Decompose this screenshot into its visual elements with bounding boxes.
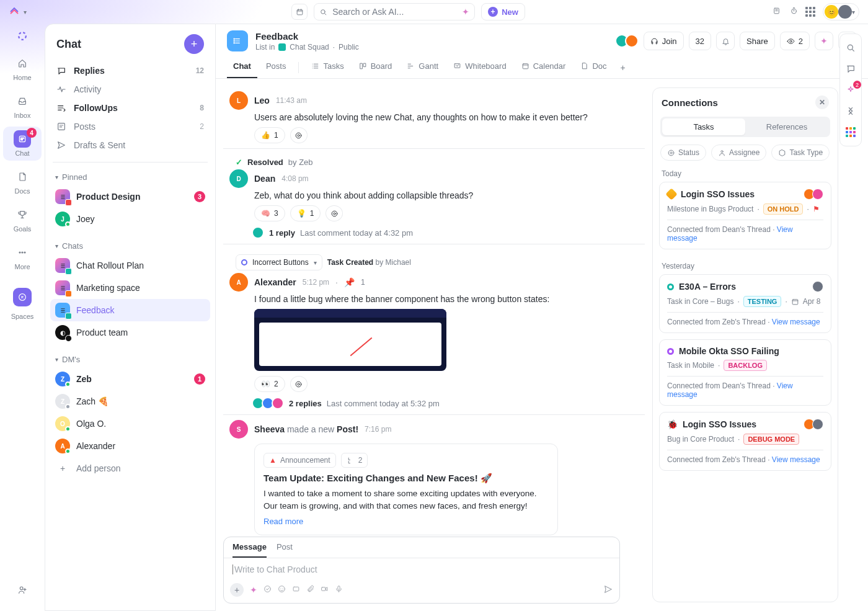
connection-card[interactable]: 🐞Login SSO Issues Bug in Core Product·DE… [659,412,831,471]
add-reaction[interactable] [326,205,343,221]
gif-icon[interactable] [292,585,300,595]
connection-card[interactable]: Login SSO Issues Milestone in Bugs Produ… [659,182,831,249]
rail-docs[interactable]: Docs [3,164,42,198]
channel-breadcrumb[interactable]: List in Chat Squad · Public [255,43,359,51]
section-pinned[interactable]: ▾Pinned [50,169,210,185]
pinned-joey[interactable]: J Joey [50,208,210,230]
reaction[interactable]: 👀2 [254,376,285,392]
stopwatch-icon[interactable] [788,7,799,17]
dm-alexander[interactable]: A Alexander [50,435,210,457]
emoji-icon[interactable] [278,585,286,595]
post-tag[interactable]: ▲Announcement [264,453,336,468]
nav-activity[interactable]: Activity [50,80,210,99]
attach-button[interactable]: + [230,583,244,597]
rail-inbox[interactable]: Inbox [3,89,42,123]
notepad-icon[interactable] [771,7,782,17]
dm-olga[interactable]: O Olga O. [50,413,210,435]
invite-button[interactable] [3,578,42,602]
view-message-link[interactable]: View message [772,318,820,326]
share-button[interactable]: Share [740,32,775,50]
task-chip[interactable]: Incorrect Buttons▾ [236,254,322,270]
search-input[interactable]: Search or Ask AI... ✦ [314,3,475,20]
connection-card[interactable]: Mobile Okta SSO Failing Task in Mobile·B… [659,339,831,406]
user-menu[interactable]: 😊 ▾ [823,3,859,20]
chat-feedback[interactable]: Feedback [50,299,210,321]
calendar-button[interactable] [291,4,308,20]
search-button[interactable] [844,42,857,54]
tab-board[interactable]: Board [353,56,399,78]
comments-button[interactable] [844,63,857,75]
reaction[interactable]: 👍1 [254,127,285,143]
section-chats[interactable]: ▾Chats [50,238,210,254]
video-icon[interactable] [321,585,329,595]
members-count[interactable]: 32 [689,32,711,50]
add-person[interactable]: + Add person [50,457,210,479]
view-message-link[interactable]: View message [772,455,820,464]
thread-link[interactable]: 2 replies Last comment today at 5:32 pm [229,392,639,409]
join-button[interactable]: Join [644,32,684,50]
filter-type[interactable]: Task Type [771,145,830,161]
ai-icon[interactable]: ✦ [250,585,257,595]
viewers-avatars[interactable] [619,34,639,48]
ai-catchup-button[interactable]: 2 [844,84,857,96]
composer-tab-message[interactable]: Message [232,542,267,558]
nav-replies[interactable]: Replies 12 [50,61,210,80]
composer-input[interactable]: Write to Chat Product [224,558,619,581]
attachment-icon[interactable] [306,585,314,595]
mic-icon[interactable] [335,585,343,595]
tab-posts[interactable]: Posts [260,56,293,78]
post-subtasks[interactable]: 2 [341,453,368,468]
connection-card[interactable]: E30A – Errors Task in Core – Bugs·TESTIN… [659,274,831,333]
seg-references[interactable]: References [745,118,828,135]
filter-assignee[interactable]: Assignee [711,145,766,161]
composer-tab-post[interactable]: Post [277,542,293,558]
close-button[interactable]: ✕ [815,96,829,109]
section-dms[interactable]: ▾DM's [50,351,210,368]
seg-tasks[interactable]: Tasks [662,118,745,135]
chat-marketing[interactable]: Marketing space [50,277,210,299]
rail-spaces[interactable] [13,288,32,306]
message-author[interactable]: Dean [254,174,275,184]
attached-image[interactable] [254,309,446,371]
ai-button[interactable]: ✦ [815,32,833,50]
message-author[interactable]: Leo [254,96,270,105]
nav-drafts[interactable]: Drafts & Sent [50,136,210,154]
nav-followups[interactable]: FollowUps 8 [50,99,210,117]
chat-rollout[interactable]: Chat Rollout Plan [50,254,210,277]
add-reaction[interactable] [290,376,308,392]
rail-more[interactable]: More [3,240,42,274]
chat-product-team[interactable]: ◐ Product team [50,321,210,344]
tab-doc[interactable]: Doc [574,56,613,78]
thread-link[interactable]: 1 reply Last comment today at 4:32 pm [229,221,639,239]
tab-calendar[interactable]: Calendar [515,56,572,78]
tab-chat[interactable]: Chat [227,56,257,78]
message-author[interactable]: Alexander [254,277,296,287]
dm-zach[interactable]: Z Zach 🍕 [50,390,210,413]
tab-tasks[interactable]: Tasks [305,56,350,78]
new-chat-button[interactable]: + [184,34,204,54]
rail-home[interactable]: Home [3,51,42,85]
task-icon[interactable] [264,585,272,595]
tab-whiteboard[interactable]: Whiteboard [447,56,512,78]
post-card[interactable]: ▲Announcement 2 Team Update: Exciting Ch… [254,444,558,535]
pinned-product-design[interactable]: Product Design 3 [50,185,210,208]
add-reaction[interactable] [290,127,308,143]
add-view-button[interactable]: + [616,63,631,73]
new-button[interactable]: + New [481,3,525,20]
relationships-button[interactable] [844,105,857,117]
reaction[interactable]: 🧠3 [254,205,285,221]
viewers-button[interactable]: 2 [780,32,810,50]
rail-chat[interactable]: 4 Chat [3,127,42,161]
tab-gantt[interactable]: Gantt [401,56,445,78]
workspace-switcher[interactable]: ▾ [9,6,46,17]
nav-posts[interactable]: Posts 2 [50,117,210,136]
apps-grid-icon[interactable] [805,7,817,17]
apps-button[interactable] [844,126,857,138]
send-button[interactable] [603,584,613,596]
notifications-button[interactable] [716,32,735,50]
reaction[interactable]: 💡1 [290,205,321,221]
message-feed[interactable]: L Leo 11:43 am Users are absolutely lovi… [216,79,652,611]
filter-status[interactable]: Status [660,145,706,161]
rail-goals[interactable]: Goals [3,202,42,236]
dm-zeb[interactable]: Z Zeb 1 [50,368,210,390]
